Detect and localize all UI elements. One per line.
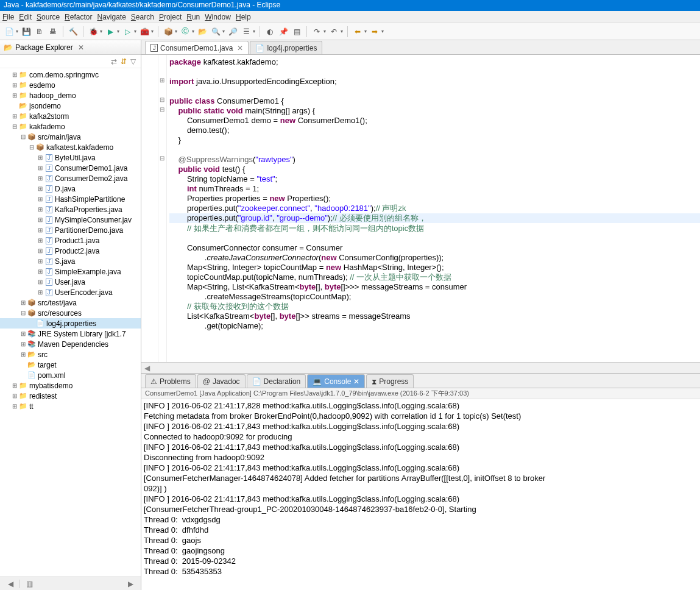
menu-file[interactable]: File [2,13,14,21]
code-editor[interactable]: ⊞⊟⊟⊟ package kafkatest.kakfademo; import… [141,55,700,362]
task-icon[interactable]: ☰ [241,26,252,37]
link-editor-icon[interactable]: ⇵ [121,57,127,66]
tree-node[interactable]: ⊞📁tt [0,401,141,411]
toggle-icon[interactable]: ◐ [264,26,275,37]
fold-gutter[interactable]: ⊞⊟⊟⊟ [158,55,167,362]
menu-run[interactable]: Run [186,13,200,21]
menu-help[interactable]: Help [236,13,251,21]
menu-navigate[interactable]: Navigate [97,13,126,21]
twist-icon[interactable]: ⊞ [37,268,44,275]
back-icon[interactable]: ⬅ [352,26,363,37]
bottom-tab-javadoc[interactable]: @Javadoc [197,374,246,388]
tree-node[interactable]: 📄log4j.properties [0,318,141,329]
twist-icon[interactable]: ⊞ [19,351,27,358]
tree-node[interactable]: ⊞📁esdemo [0,80,141,90]
view-menu-icon[interactable]: ▽ [130,57,136,66]
tree-node[interactable]: ⊞🄹UserEncoder.java [0,287,141,297]
twist-icon[interactable]: ⊞ [37,289,44,296]
twist-icon[interactable]: ⊟ [19,310,27,316]
filter-icon[interactable]: ▤ [291,26,302,37]
close-icon[interactable]: ✕ [353,377,359,386]
new-folder-icon[interactable]: 📂 [197,26,208,37]
menu-refactor[interactable]: Refactor [65,13,92,21]
twist-icon[interactable]: ⊞ [11,71,18,78]
bottom-tab-problems[interactable]: ⚠Problems [145,374,196,388]
step-icon[interactable]: ↷ [311,26,322,37]
nav-left-icon[interactable]: ◀ [4,579,17,589]
build-icon[interactable]: 🔨 [68,26,79,37]
open-type-icon[interactable]: 🔍 [210,26,221,37]
save-icon[interactable]: 💾 [21,26,32,37]
code-area[interactable]: package kafkatest.kakfademo; import java… [167,55,700,362]
close-icon[interactable]: ✕ [237,44,243,52]
twist-icon[interactable]: ⊞ [37,154,44,161]
twist-icon[interactable]: ⊞ [37,196,44,202]
bottom-tab-progress[interactable]: ⧗Progress [366,374,414,388]
twist-icon[interactable]: ⊞ [37,185,44,192]
tree-node[interactable]: 📄pom.xml [0,370,141,380]
editor-tab[interactable]: 📄log4j.properties [250,41,322,54]
console-output[interactable]: [INFO ] 2016-06-02 21:41:17,828 method:k… [141,399,700,590]
close-icon[interactable]: ✕ [78,43,84,52]
step-icon2[interactable]: ↶ [328,26,339,37]
tree-node[interactable]: ⊞🄹ConsumerDemo2.java [0,173,141,183]
twist-icon[interactable]: ⊞ [11,403,18,410]
tree-node[interactable]: ⊞🄹D.java [0,183,141,194]
menu-source[interactable]: Source [37,13,60,21]
menu-search[interactable]: Search [131,13,154,21]
tree-node[interactable]: ⊞🄹MySimpleConsumer.jav [0,215,141,225]
menu-edit[interactable]: Edit [19,13,32,21]
ext-tools-icon[interactable]: 🧰 [139,26,150,37]
twist-icon[interactable]: ⊟ [28,144,35,151]
bottom-tab-console[interactable]: 💻Console✕ [307,374,365,388]
tree-node[interactable]: ⊟📦src/resources [0,308,141,318]
forward-icon[interactable]: ➡ [369,26,380,37]
tree-node[interactable]: 📂target [0,360,141,370]
run-last-icon[interactable]: ▷ [122,26,133,37]
twist-icon[interactable]: ⊞ [37,237,44,244]
collapse-all-icon[interactable]: ⇄ [111,57,117,66]
tree-node[interactable]: ⊞🄹Product1.java [0,235,141,246]
nav-right-icon[interactable]: ▶ [124,579,137,589]
twist-icon[interactable]: ⊞ [37,247,44,254]
twist-icon[interactable]: ⊞ [37,175,44,182]
fold-toggle-icon[interactable]: ⊟ [160,96,164,103]
tree-node[interactable]: ⊞🄹User.java [0,277,141,287]
tree-node[interactable]: ⊞🄹ConsumerDemo1.java [0,163,141,173]
tree-node[interactable]: ⊞🄹S.java [0,256,141,266]
twist-icon[interactable]: ⊞ [37,216,44,223]
tree-node[interactable]: 📂jsondemo [0,101,141,111]
tree-node[interactable]: ⊞📦src/test/java [0,297,141,308]
fold-toggle-icon[interactable]: ⊟ [160,155,164,162]
nav-cfg-icon[interactable]: ▥ [23,579,36,589]
twist-icon[interactable]: ⊞ [19,341,27,347]
fold-toggle-icon[interactable]: ⊞ [160,77,164,84]
tree-node[interactable]: ⊞📚JRE System Library [jdk1.7 [0,329,141,339]
editor-tab[interactable]: 🄹ConsumerDemo1.java✕ [145,41,249,54]
save-all-icon[interactable]: 🗎 [34,26,45,37]
package-explorer-tab[interactable]: 📂 Package Explorer ✕ [4,43,84,52]
twist-icon[interactable]: ⊞ [37,206,44,213]
pin-icon[interactable]: 📌 [278,26,289,37]
menu-window[interactable]: Window [205,13,231,21]
twist-icon[interactable]: ⊟ [11,123,18,130]
tree-node[interactable]: ⊞📚Maven Dependencies [0,339,141,349]
tree-node[interactable]: ⊞📁hadoop_demo [0,90,141,101]
tree-node[interactable]: ⊟📁kakfademo [0,121,141,132]
new-package-icon[interactable]: 📦 [163,26,174,37]
run-icon[interactable]: ▶ [105,26,116,37]
editor-hscroll[interactable]: ◀ [141,362,700,373]
new-icon[interactable]: 📄 [4,26,15,37]
tree-node[interactable]: ⊟📦kafkatest.kakfademo [0,142,141,152]
project-tree[interactable]: ⊞📁com.demo.springmvc⊞📁esdemo⊞📁hadoop_dem… [0,68,141,577]
tree-node[interactable]: ⊞📁com.demo.springmvc [0,69,141,80]
twist-icon[interactable]: ⊞ [11,113,18,119]
search-icon[interactable]: 🔎 [227,26,238,37]
bottom-tab-declaration[interactable]: 📄Declaration [247,374,306,388]
tree-node[interactable]: ⊞🄹HashSimplePartitione [0,194,141,204]
scroll-left-icon[interactable]: ◀ [141,364,152,372]
tree-node[interactable]: ⊞📁redistest [0,391,141,401]
twist-icon[interactable]: ⊟ [19,133,27,140]
tree-node[interactable]: ⊞🄹ByteUtil.java [0,152,141,163]
tree-node[interactable]: ⊞📁mybatisdemo [0,380,141,391]
